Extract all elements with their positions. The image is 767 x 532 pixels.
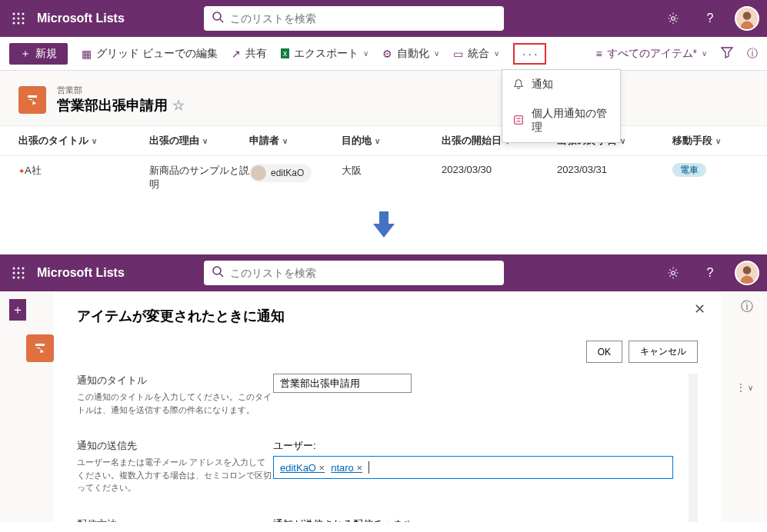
svg-rect-13 [515,115,523,124]
svg-point-25 [672,271,675,275]
alert-title-desc: この通知のタイトルを入力してください。このタイトルは、通知を送信する際の件名にな… [77,391,273,416]
svg-point-20 [13,277,15,279]
user-avatar[interactable] [735,261,759,285]
col-dest[interactable]: 目的地∨ [342,134,442,148]
user-tag[interactable]: editKaO [280,462,325,474]
help-icon[interactable]: ? [698,261,722,285]
manage-alerts-icon [513,115,524,128]
close-button[interactable]: ✕ [694,301,705,318]
chevron-down-icon: ⋮ ∨ [736,382,753,393]
search-icon [212,265,224,281]
svg-line-10 [220,19,223,22]
users-input[interactable]: editKaO ntaro [273,456,673,479]
chevron-down-icon: ∨ [715,137,721,145]
svg-point-22 [22,277,25,279]
svg-point-2 [22,13,25,15]
share-button[interactable]: ↗ 共有 [232,47,267,61]
integrate-button[interactable]: ▭ 統合 ∨ [453,47,499,61]
list-table: 出張のタイトル∨ 出張の理由∨ 申請者∨ 目的地∨ 出張の開始日∨ 出張の終了日… [0,125,767,199]
app-title: Microsoft Lists [37,266,125,280]
svg-point-23 [213,267,221,274]
channel-label: 通知が送信される配信チャネル: [273,517,673,523]
app-title: Microsoft Lists [37,12,125,25]
search-input[interactable] [230,267,496,279]
ellipsis-icon: · · · [522,48,537,60]
cell-start: 2023/03/30 [442,164,557,175]
transition-arrow-icon [0,199,767,254]
svg-point-18 [18,272,20,274]
favorite-star-icon[interactable]: ☆ [172,98,185,113]
search-input[interactable] [230,12,496,25]
chevron-down-icon: ∨ [202,137,208,145]
filter-icon[interactable] [721,46,733,61]
person-chip[interactable]: editKaO [249,164,312,182]
cell-dest: 大阪 [342,164,442,178]
cancel-button[interactable]: キャンセル [629,341,698,363]
chevron-down-icon: ∨ [92,137,97,145]
info-icon[interactable]: ⓘ [741,299,753,315]
more-actions-menu: 通知 個人用通知の管理 [502,69,621,143]
column-headers: 出張のタイトル∨ 出張の理由∨ 申請者∨ 目的地∨ 出張の開始日∨ 出張の終了日… [0,125,767,156]
search-box[interactable] [204,6,504,31]
ok-button[interactable]: OK [586,341,622,363]
automate-button[interactable]: ⚙ 自動化 ∨ [382,47,439,61]
settings-icon[interactable] [661,261,685,285]
text-caret [368,461,369,474]
svg-point-5 [22,18,25,20]
new-button-label: 新規 [35,47,57,61]
export-button[interactable]: x エクスポート ∨ [281,47,368,61]
svg-point-12 [743,12,752,20]
app-header: Microsoft Lists ? [0,254,767,291]
settings-icon[interactable] [661,6,685,31]
help-icon[interactable]: ? [698,6,722,31]
svg-point-26 [743,266,752,274]
list-header: 営業部 営業部出張申請用☆ [0,71,767,125]
list-name: 営業部出張申請用☆ [57,96,185,115]
svg-point-8 [22,22,25,25]
search-box[interactable] [204,261,504,285]
col-applicant[interactable]: 申請者∨ [249,134,342,148]
chevron-down-icon: ∨ [702,49,707,58]
svg-point-3 [13,18,15,20]
col-transport[interactable]: 移動手段∨ [672,134,734,148]
new-button-partial[interactable]: ＋ [9,299,26,321]
col-reason[interactable]: 出張の理由∨ [149,134,249,148]
bell-icon [513,78,524,91]
app-launcher-icon[interactable] [8,262,29,284]
svg-point-4 [18,18,20,20]
svg-point-15 [18,268,20,270]
col-title[interactable]: 出張のタイトル∨ [18,134,149,148]
app-launcher-icon[interactable] [8,8,29,29]
svg-point-1 [18,13,20,15]
grid-edit-button[interactable]: ▦ グリッド ビューでの編集 [82,47,218,61]
filter-lines-icon: ≡ [595,48,602,60]
more-actions-button[interactable]: · · · [513,43,546,65]
menu-item-manage-alerts[interactable]: 個人用通知の管理 [502,99,620,142]
svg-point-16 [22,268,25,270]
svg-point-21 [18,277,20,279]
user-avatar[interactable] [735,6,759,31]
chevron-down-icon: ∨ [363,49,368,58]
alert-title-input[interactable] [273,374,412,393]
new-button[interactable]: ＋ 新規 [9,43,68,65]
delivery-label: 配信方法 [77,517,273,523]
transport-tag: 電車 [672,163,706,177]
alert-title-label: 通知のタイトル [77,374,273,387]
cell-reason: 新商品のサンプルと説明 [149,164,249,191]
svg-point-17 [13,272,15,274]
svg-point-19 [22,272,25,274]
info-icon[interactable]: ⓘ [747,47,758,61]
chevron-down-icon: ∨ [494,49,499,58]
send-to-label: 通知の送信先 [77,439,273,453]
share-icon: ↗ [232,48,241,60]
user-tag[interactable]: ntaro [331,462,362,474]
view-selector[interactable]: ≡ すべてのアイテム* ∨ [595,47,707,61]
menu-item-notify[interactable]: 通知 [502,70,620,99]
table-row[interactable]: ✦A社 新商品のサンプルと説明 editKaO 大阪 2023/03/30 20… [0,156,767,199]
grid-icon: ▦ [82,48,92,60]
svg-point-14 [13,268,15,270]
flow-icon: ⚙ [382,48,392,60]
list-icon [18,86,46,114]
person-avatar-icon [251,165,266,181]
dialog-title: アイテムが変更されたときに通知 [77,307,698,325]
